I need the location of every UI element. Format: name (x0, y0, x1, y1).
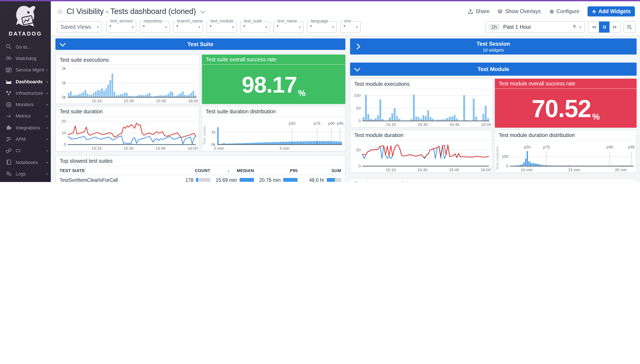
layers-icon (498, 9, 503, 14)
test-suite-duration-chart: 0102015:1515:3015:4516:00 (56, 117, 199, 151)
sidebar-item-metrics[interactable]: Metrics ▸ (0, 110, 51, 122)
gear-icon (549, 9, 554, 14)
favorite-star-icon[interactable]: ☆ (57, 8, 63, 16)
dashboard-canvas: Test Suite Test suite executions 0k1k2k1… (51, 36, 640, 182)
chevron-down-icon: ▾ (132, 25, 134, 29)
svg-text:p95: p95 (337, 121, 343, 126)
group-test-suite: Test Suite Test suite executions 0k1k2k1… (56, 38, 345, 182)
widget-test-module-success-rate[interactable]: Test module overall success rate 70.52% (495, 79, 636, 128)
collapse-chevron-icon (354, 65, 360, 71)
svg-text:p95: p95 (628, 145, 635, 149)
sidebar-item-go-to[interactable]: Go to... (0, 41, 51, 53)
widget-top-slowest-test-modules[interactable]: Top slowest test modules TEST BUNDLE COU… (350, 178, 636, 182)
sort-column[interactable]: ↓ MEDIAN (210, 168, 254, 173)
svg-text:15:45: 15:45 (449, 168, 459, 172)
forward-button[interactable] (609, 22, 620, 32)
svg-text:100: 100 (354, 93, 361, 98)
sidebar-item-logs[interactable]: Logs ▸ (0, 168, 51, 180)
datadog-dashboard: DATADOG Go to... Watchdog Service Mgmt ▸ (0, 0, 640, 182)
chevron-down-icon: ▾ (165, 25, 167, 29)
filter-dropdown-language[interactable]: language * ▾ (307, 21, 337, 33)
svg-text:16:00: 16:00 (188, 146, 198, 150)
chevron-right-icon: ▸ (46, 68, 48, 72)
sidebar-nav: Go to... Watchdog Service Mgmt ▸ Dashboa… (0, 41, 51, 182)
widget-test-suite-executions[interactable]: Test suite executions 0k1k2k15:1515:3015… (56, 54, 200, 104)
svg-text:15:45: 15:45 (449, 122, 460, 127)
svg-text:15:15: 15:15 (92, 99, 102, 103)
time-range-label: Past 1 Hour (503, 24, 531, 30)
fast-forward-icon (612, 24, 617, 30)
svg-text:1k: 1k (62, 80, 66, 85)
table-row[interactable]: TestSortItemClearlyForCall 178 15.69 min… (60, 175, 341, 182)
chevron-right-icon: ▸ (46, 79, 48, 84)
filter-dropdown-test-service[interactable]: test_service * ▾ (106, 21, 136, 33)
filter-dropdown-env[interactable]: env * ▾ (341, 21, 361, 33)
sidebar-item-ci[interactable]: CI ▸ (0, 145, 51, 156)
title-chevron-down-icon[interactable] (200, 8, 205, 13)
svg-text:0 min: 0 min (214, 146, 224, 150)
pin-icon (572, 24, 577, 30)
time-badge: 1h (489, 24, 500, 30)
show-overlays-button[interactable]: Show Overlays (498, 8, 541, 14)
group-header-test-suite[interactable]: Test Suite (56, 38, 345, 50)
widget-test-suite-success-rate[interactable]: Test suite overall success rate 98.17% (202, 54, 345, 104)
time-range-picker[interactable]: 1h Past 1 Hour ▾ (485, 21, 585, 33)
sidebar-item-service-mgmt[interactable]: Service Mgmt ▸ (0, 64, 51, 76)
datadog-logo[interactable]: DATADOG (0, 1, 51, 37)
collapse-chevron-icon (60, 40, 66, 46)
widget-test-module-duration[interactable]: Test module duration 02015:1515:3015:451… (350, 130, 492, 173)
rewind-icon (591, 24, 596, 30)
sidebar-item-integrations[interactable]: Integrations ▸ (0, 122, 51, 134)
filter-dropdown-test-module[interactable]: test_module * ▾ (207, 21, 237, 33)
filter-dropdown-repository[interactable]: repository * ▾ (140, 21, 170, 33)
success-rate-value: 98.17% (202, 65, 345, 104)
sidebar-item-infrastructure[interactable]: Infrastructure ▸ (0, 87, 51, 99)
sidebar-item-dashboards[interactable]: Dashboards ▸ (0, 76, 51, 87)
group-header-test-module[interactable]: Test Module (350, 62, 636, 76)
sidebar-item-security[interactable]: Security ▸ (0, 180, 51, 182)
sidebar-item-notebooks[interactable]: Notebooks ▸ (0, 156, 51, 168)
backward-button[interactable] (588, 22, 599, 32)
widget-test-suite-duration[interactable]: Test suite duration 0102015:1515:3015:45… (56, 106, 199, 151)
svg-text:50: 50 (356, 106, 361, 110)
template-variable-filters: test_service * ▾ repository * ▾ branch_n… (106, 21, 361, 33)
chevron-down-icon: ▾ (232, 25, 234, 29)
test-suite-executions-chart: 0k1k2k15:1515:3015:4516:00 (56, 65, 199, 104)
svg-text:p75: p75 (543, 145, 550, 149)
chevron-right-icon: ▸ (46, 160, 48, 164)
configure-button[interactable]: Configure (549, 8, 579, 14)
chevron-right-icon: ▸ (46, 125, 48, 130)
widget-test-module-executions[interactable]: Test module executions 05010015:1515:301… (350, 79, 493, 128)
share-icon (468, 9, 473, 14)
svg-text:2k: 2k (62, 66, 66, 70)
chevron-down-icon: ▾ (299, 25, 301, 29)
dashboard-header: ☆ CI Visibility - Tests dashboard (clone… (51, 1, 640, 36)
widget-test-suite-duration-distribution[interactable]: Test suite duration distribution 0k1kp50… (201, 106, 345, 151)
plus-icon (591, 9, 596, 14)
group-header-test-session[interactable]: Test Session 10 widgets (350, 38, 636, 54)
pause-button[interactable] (599, 22, 609, 32)
chevron-right-icon: ▸ (46, 114, 48, 118)
page-title: CI Visibility - Tests dashboard (cloned) (67, 7, 196, 16)
top-accent-strip (0, 0, 640, 1)
sidebar-item-apm[interactable]: APM ▸ (0, 134, 51, 145)
filter-dropdown-test-suite[interactable]: test_suite * ▾ (240, 21, 270, 33)
filter-dropdown-test-name[interactable]: test_name * ▾ (274, 21, 304, 33)
share-button[interactable]: Share (468, 8, 490, 14)
svg-text:1k: 1k (211, 130, 216, 134)
svg-text:15:30: 15:30 (124, 99, 134, 103)
sidebar-item-monitors[interactable]: Monitors ▸ (0, 99, 51, 110)
svg-text:16:00: 16:00 (481, 122, 491, 127)
svg-text:p90: p90 (328, 121, 335, 126)
sidebar-item-watchdog[interactable]: Watchdog (0, 53, 51, 64)
add-widgets-button[interactable]: Add Widgets (587, 6, 635, 16)
table-header: TEST SUITE COUNT ↓ MEDIAN P95 SUM (60, 166, 341, 175)
svg-text:20 min: 20 min (615, 168, 627, 172)
filter-dropdown-branch-name[interactable]: branch_name * ▾ (173, 21, 203, 33)
widget-top-slowest-test-suites[interactable]: Top slowest test suites TEST SUITE COUNT… (56, 156, 345, 182)
pause-icon (602, 24, 607, 30)
saved-views-dropdown[interactable]: Saved Views▾ (57, 21, 102, 33)
chevron-right-icon: ▸ (46, 172, 48, 176)
zoom-out-button[interactable] (623, 21, 636, 33)
widget-test-module-duration-distribution[interactable]: Test module duration distribution 0100p5… (494, 130, 636, 173)
